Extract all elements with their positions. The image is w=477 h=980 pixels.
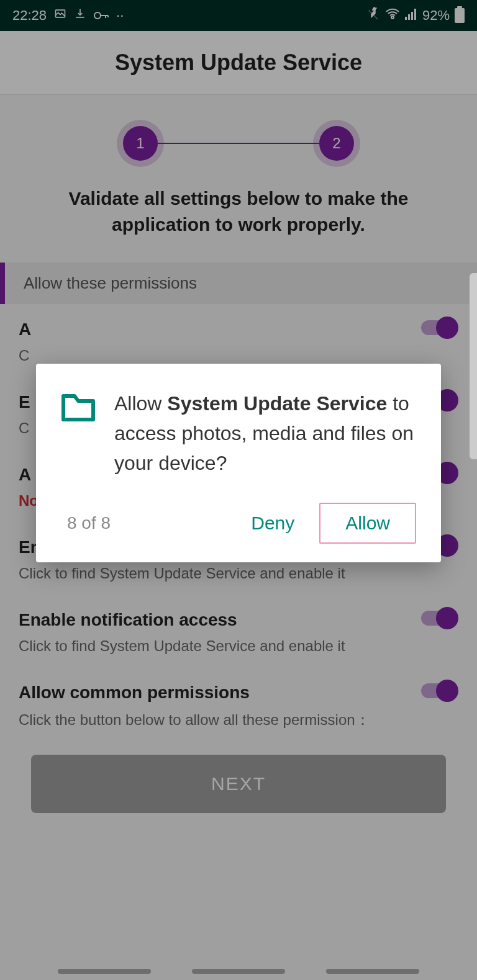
- dialog-message: Allow System Update Service to access ph…: [114, 389, 416, 478]
- allow-button[interactable]: Allow: [319, 503, 416, 544]
- dialog-footer: 8 of 8 Deny Allow: [61, 503, 416, 544]
- folder-icon: [61, 393, 96, 422]
- dialog-counter: 8 of 8: [67, 513, 111, 533]
- deny-button[interactable]: Deny: [232, 503, 313, 544]
- dialog-app-name: System Update Service: [167, 392, 387, 415]
- permission-dialog: Allow System Update Service to access ph…: [36, 364, 441, 562]
- scroll-indicator[interactable]: [470, 273, 477, 459]
- dialog-content: Allow System Update Service to access ph…: [61, 389, 416, 478]
- dialog-buttons: Deny Allow: [232, 503, 416, 544]
- dialog-text-prefix: Allow: [114, 392, 167, 415]
